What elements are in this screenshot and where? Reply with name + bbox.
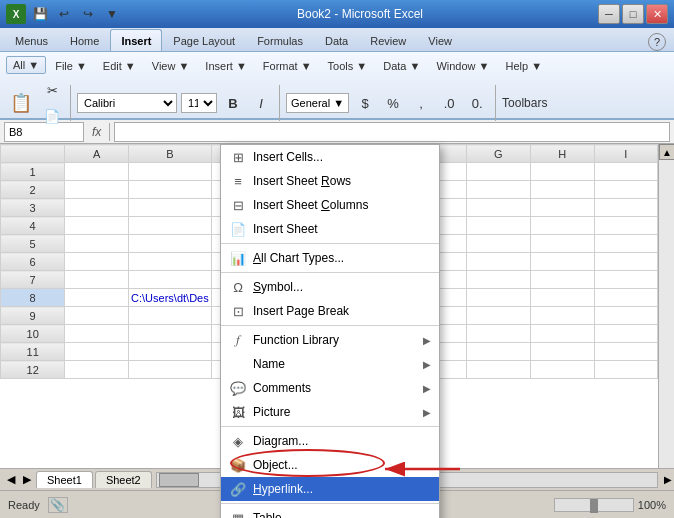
cell-a6[interactable] <box>65 253 129 271</box>
cell-i3[interactable] <box>594 199 657 217</box>
sheet-tab-sheet1[interactable]: Sheet1 <box>36 471 93 488</box>
qa-undo[interactable]: ↩ <box>54 4 74 24</box>
scroll-up-button[interactable]: ▲ <box>659 144 674 160</box>
cell-g10[interactable] <box>466 325 530 343</box>
cell-a1[interactable] <box>65 163 129 181</box>
cell-h8[interactable] <box>530 289 594 307</box>
minimize-button[interactable]: ─ <box>598 4 620 24</box>
cell-a10[interactable] <box>65 325 129 343</box>
close-button[interactable]: ✕ <box>646 4 668 24</box>
data-dropdown[interactable]: Data ▼ <box>376 56 427 74</box>
cell-h9[interactable] <box>530 307 594 325</box>
tab-view[interactable]: View <box>417 29 463 51</box>
cell-b7[interactable] <box>129 271 212 289</box>
tab-home[interactable]: Home <box>59 29 110 51</box>
scroll-sheet-right[interactable]: ▶ <box>20 473 34 486</box>
help-button[interactable]: ? <box>648 33 666 51</box>
cell-g9[interactable] <box>466 307 530 325</box>
menu-insert-cells[interactable]: ⊞ Insert Cells... <box>221 145 439 169</box>
cell-g1[interactable] <box>466 163 530 181</box>
menu-page-break[interactable]: ⊡ Insert Page Break <box>221 299 439 323</box>
cell-b4[interactable] <box>129 217 212 235</box>
cut-button[interactable]: ✂ <box>40 78 64 102</box>
cell-h7[interactable] <box>530 271 594 289</box>
cell-a5[interactable] <box>65 235 129 253</box>
cell-g2[interactable] <box>466 181 530 199</box>
copy-button[interactable]: 📄 <box>40 104 64 128</box>
font-name-select[interactable]: Calibri <box>77 93 177 113</box>
cell-g3[interactable] <box>466 199 530 217</box>
scroll-sheet-left[interactable]: ◀ <box>4 473 18 486</box>
file-dropdown[interactable]: File ▼ <box>48 56 94 74</box>
cell-g8[interactable] <box>466 289 530 307</box>
vertical-scrollbar[interactable]: ▲ ▼ <box>658 144 674 484</box>
qa-save[interactable]: 💾 <box>30 4 50 24</box>
qa-dropdown[interactable]: ▼ <box>102 4 122 24</box>
help-dropdown[interactable]: Help ▼ <box>498 56 549 74</box>
cell-g7[interactable] <box>466 271 530 289</box>
cell-i4[interactable] <box>594 217 657 235</box>
cell-i10[interactable] <box>594 325 657 343</box>
dec-increase[interactable]: .0 <box>437 91 461 115</box>
menu-chart-types[interactable]: 📊 All Chart Types... <box>221 246 439 270</box>
menu-insert-rows[interactable]: ≡ Insert Sheet Rows <box>221 169 439 193</box>
cell-b2[interactable] <box>129 181 212 199</box>
qa-redo[interactable]: ↪ <box>78 4 98 24</box>
percent-button[interactable]: % <box>381 91 405 115</box>
dec-decrease[interactable]: 0. <box>465 91 489 115</box>
cell-a12[interactable] <box>65 361 129 379</box>
cell-b11[interactable] <box>129 343 212 361</box>
menu-diagram[interactable]: ◈ Diagram... <box>221 429 439 453</box>
tools-dropdown[interactable]: Tools ▼ <box>321 56 375 74</box>
cell-b3[interactable] <box>129 199 212 217</box>
edit-dropdown[interactable]: Edit ▼ <box>96 56 143 74</box>
font-size-select[interactable]: 11 <box>181 93 217 113</box>
cell-b9[interactable] <box>129 307 212 325</box>
tab-data[interactable]: Data <box>314 29 359 51</box>
tab-insert[interactable]: Insert <box>110 29 162 51</box>
cell-h12[interactable] <box>530 361 594 379</box>
cell-h5[interactable] <box>530 235 594 253</box>
cell-b5[interactable] <box>129 235 212 253</box>
cell-i7[interactable] <box>594 271 657 289</box>
format-dropdown[interactable]: Format ▼ <box>256 56 319 74</box>
cell-a3[interactable] <box>65 199 129 217</box>
paste-button[interactable]: 📋 <box>6 88 36 118</box>
cell-h10[interactable] <box>530 325 594 343</box>
cell-b8[interactable]: C:\Users\dt\Des <box>129 289 212 307</box>
menu-name[interactable]: Name ▶ <box>221 352 439 376</box>
cell-a8[interactable] <box>65 289 129 307</box>
col-header-a[interactable]: A <box>65 145 129 163</box>
cell-b10[interactable] <box>129 325 212 343</box>
menu-insert-sheet[interactable]: 📄 Insert Sheet <box>221 217 439 241</box>
bold-button[interactable]: B <box>221 91 245 115</box>
menu-comments[interactable]: 💬 Comments ▶ <box>221 376 439 400</box>
cell-h1[interactable] <box>530 163 594 181</box>
cell-b12[interactable] <box>129 361 212 379</box>
tab-menus[interactable]: Menus <box>4 29 59 51</box>
cell-i5[interactable] <box>594 235 657 253</box>
cell-a9[interactable] <box>65 307 129 325</box>
cell-h4[interactable] <box>530 217 594 235</box>
col-header-g[interactable]: G <box>466 145 530 163</box>
h-scroll-thumb[interactable] <box>159 473 199 487</box>
all-dropdown[interactable]: All ▼ <box>6 56 46 74</box>
cell-b6[interactable] <box>129 253 212 271</box>
cell-g4[interactable] <box>466 217 530 235</box>
italic-button[interactable]: I <box>249 91 273 115</box>
cell-g6[interactable] <box>466 253 530 271</box>
cell-b1[interactable] <box>129 163 212 181</box>
cell-h11[interactable] <box>530 343 594 361</box>
sheet-tab-sheet2[interactable]: Sheet2 <box>95 471 152 488</box>
status-icon[interactable]: 📎 <box>48 497 68 513</box>
menu-function-library[interactable]: 𝑓 Function Library ▶ <box>221 328 439 352</box>
cell-g12[interactable] <box>466 361 530 379</box>
col-header-b[interactable]: B <box>129 145 212 163</box>
cell-i9[interactable] <box>594 307 657 325</box>
cell-i2[interactable] <box>594 181 657 199</box>
cell-i1[interactable] <box>594 163 657 181</box>
menu-picture[interactable]: 🖼 Picture ▶ <box>221 400 439 424</box>
menu-table[interactable]: ▦ Table <box>221 506 439 518</box>
toolbars-label[interactable]: Toolbars <box>502 96 547 110</box>
menu-insert-cols[interactable]: ⊟ Insert Sheet Columns <box>221 193 439 217</box>
